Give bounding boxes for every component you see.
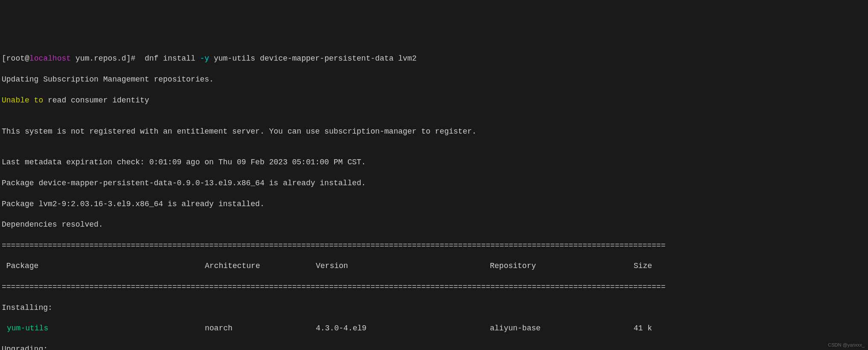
package-name: yum-utils — [7, 323, 205, 333]
table-row: yum-utilsnoarch4.3.0-4.el9aliyun-base41 … — [2, 323, 866, 333]
output-line: Last metadata expiration check: 0:01:09 … — [2, 157, 866, 167]
output-line: Package device-mapper-persistent-data-0.… — [2, 178, 866, 188]
output-line: This system is not registered with an en… — [2, 126, 866, 137]
command-text: dnf install — [140, 54, 200, 63]
warning-text: Unable to — [2, 96, 43, 105]
package-repo: aliyun-base — [490, 323, 628, 333]
package-size: 41 k — [628, 323, 652, 333]
terminal-output: [root@localhost yum.repos.d]# dnf instal… — [2, 43, 866, 350]
prompt-close: ]# — [126, 54, 140, 63]
section-label: Installing: — [2, 303, 866, 313]
header-version: Version — [316, 261, 490, 271]
output-line: Dependencies resolved. — [2, 219, 866, 230]
output-line: Package lvm2-9:2.03.16-3.el9.x86_64 is a… — [2, 199, 866, 209]
header-package: Package — [2, 261, 205, 271]
header-size: Size — [628, 261, 652, 271]
header-repo: Repository — [490, 261, 628, 271]
row-indent — [2, 323, 7, 333]
section-label: Upgrading: — [2, 344, 866, 350]
output-line: Updating Subscription Management reposit… — [2, 74, 866, 85]
package-version: 4.3.0-4.el9 — [316, 323, 490, 333]
prompt-host: localhost — [29, 54, 71, 63]
header-arch: Architecture — [205, 261, 316, 271]
output-text: read consumer identity — [43, 96, 149, 105]
command-args: yum-utils device-mapper-persistent-data … — [209, 54, 417, 63]
prompt-line: [root@localhost yum.repos.d]# dnf instal… — [2, 53, 866, 64]
package-arch: noarch — [205, 323, 316, 333]
table-header: PackageArchitectureVersionRepositorySize — [2, 261, 866, 271]
command-flag: -y — [200, 54, 210, 63]
prompt-user: root@ — [6, 54, 29, 63]
divider-line: ========================================… — [2, 240, 866, 251]
watermark: CSDN @yanxxx_ — [828, 342, 865, 348]
prompt-bracket: [ — [2, 54, 6, 63]
output-line: Unable to read consumer identity — [2, 95, 866, 105]
prompt-path: yum.repos.d — [71, 54, 126, 63]
divider-line: ========================================… — [2, 282, 866, 292]
